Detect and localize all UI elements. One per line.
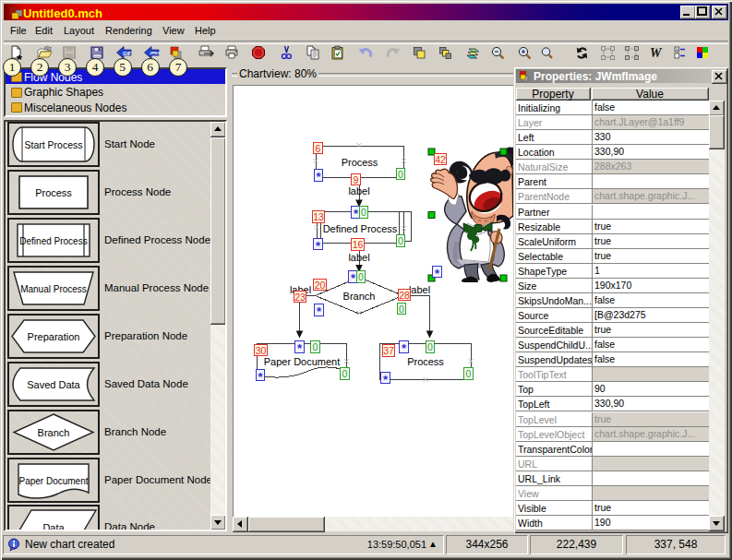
svg-text:Process: Process <box>35 187 72 198</box>
svg-text:Branch: Branch <box>343 291 376 302</box>
svg-text:Paper Document: Paper Document <box>264 356 341 367</box>
svg-text:9: 9 <box>354 174 359 185</box>
svg-text:0: 0 <box>398 235 403 246</box>
svg-text:W: W <box>650 46 663 60</box>
svg-text:Start Process: Start Process <box>24 139 82 150</box>
svg-text:Saved Data: Saved Data <box>27 378 80 389</box>
svg-text:6: 6 <box>316 143 321 154</box>
svg-text:0: 0 <box>361 207 366 218</box>
svg-text:label: label <box>409 284 430 295</box>
svg-text:Paper Document: Paper Document <box>18 475 88 485</box>
svg-text:16: 16 <box>353 239 364 250</box>
svg-text:13: 13 <box>313 211 324 222</box>
svg-text:37: 37 <box>383 345 394 356</box>
svg-text:0: 0 <box>313 341 318 352</box>
svg-text:label: label <box>348 252 369 263</box>
svg-text:label: label <box>348 185 369 197</box>
svg-text:20: 20 <box>315 280 326 291</box>
svg-text:Preparation: Preparation <box>28 330 80 341</box>
svg-text:JPEG: JPEG <box>150 51 160 55</box>
svg-text:Process: Process <box>407 356 444 367</box>
svg-text:0: 0 <box>358 271 364 282</box>
svg-text:GIF: GIF <box>123 51 132 56</box>
svg-text:0: 0 <box>398 169 403 180</box>
svg-text:0: 0 <box>466 368 472 379</box>
svg-text:Data: Data <box>42 522 65 532</box>
svg-text:0: 0 <box>342 368 348 379</box>
svg-text:0: 0 <box>399 304 404 315</box>
svg-text:28: 28 <box>399 290 410 301</box>
svg-text:0: 0 <box>427 341 433 352</box>
svg-text:Manual Process: Manual Process <box>20 283 87 293</box>
svg-text:23: 23 <box>294 292 306 303</box>
svg-text:Process: Process <box>342 157 378 168</box>
svg-text:30: 30 <box>256 345 267 356</box>
svg-text:Defined Process: Defined Process <box>323 223 398 234</box>
svg-text:Branch: Branch <box>38 426 70 437</box>
svg-text:42: 42 <box>435 154 446 165</box>
svg-text:Defined Process: Defined Process <box>19 236 87 246</box>
